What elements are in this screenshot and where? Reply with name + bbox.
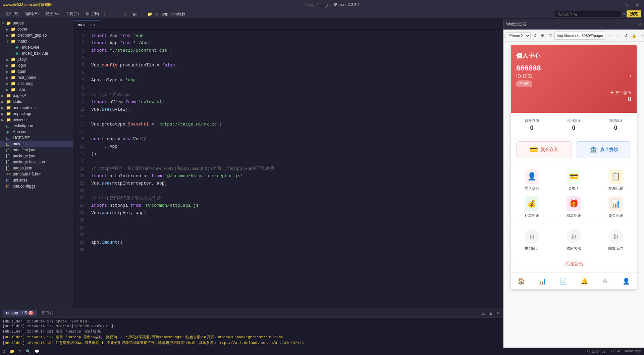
tab-doc[interactable]: 📄 bbox=[553, 273, 574, 289]
link-about[interactable]: ⚙ 關於我們 bbox=[608, 229, 623, 251]
mobile-actions: 💳 資金存入 🏦 資金提領 bbox=[511, 137, 637, 162]
tree-item-mainjs[interactable]: ◻ main.js bbox=[0, 141, 73, 147]
tree-item-uviewui[interactable]: ▶ 📁 uview-ui bbox=[0, 117, 73, 123]
menu-identity[interactable]: 👤 登入身分 bbox=[525, 169, 539, 191]
menu-card[interactable]: 💳 金融卡 bbox=[567, 169, 581, 191]
device-select[interactable]: iPhone X bbox=[505, 32, 531, 39]
tree-item-login[interactable]: ▶ 📁 login bbox=[0, 62, 73, 68]
status-icon-1[interactable]: ⊙ bbox=[3, 349, 6, 354]
tree-item-unimodules[interactable]: ▶ 📁 uni_modules bbox=[0, 105, 73, 111]
menu-deposits-icon: 💰 bbox=[525, 196, 539, 211]
browser-rotate-button[interactable]: ↺ bbox=[532, 33, 538, 39]
code-content[interactable]: import Vue from 'vue' import App from '.… bbox=[87, 30, 503, 355]
tree-item-pagesjson[interactable]: [ ] pages.json bbox=[0, 165, 73, 171]
menu-transactions[interactable]: 📋 交易記錄 bbox=[608, 169, 623, 191]
tree-item-discount[interactable]: ▶ 📁 discount_gupiao bbox=[0, 32, 73, 38]
logout-button[interactable]: 系统登出 bbox=[565, 261, 583, 266]
tree-item-manifestjson[interactable]: { } manifest.json bbox=[0, 147, 73, 153]
nav-back-button[interactable]: ‹ bbox=[107, 11, 113, 17]
tree-item-static[interactable]: ▶ 📁 static bbox=[0, 99, 73, 105]
tree-arrow-unpackage: ▶ bbox=[1, 112, 6, 116]
menu-view[interactable]: 视图(V) bbox=[43, 10, 61, 18]
tab-mainjs-close[interactable]: ✕ bbox=[93, 23, 96, 27]
bookmark-button[interactable]: ☆ bbox=[121, 11, 130, 17]
menu-deposits[interactable]: 💰 存款明細 bbox=[525, 196, 539, 218]
menu-funds[interactable]: 📊 資金明細 bbox=[608, 196, 623, 218]
console-link-1[interactable]: F:/源码分享渠道/码商1/mashang360红色台股VUE开源/uniapp… bbox=[121, 335, 283, 339]
mobile-assets-label: ◈ 资产总值 bbox=[610, 90, 631, 96]
browser-close-button[interactable]: ✕ bbox=[638, 22, 641, 27]
tree-item-templatehtml[interactable]: <> template.h5.html bbox=[0, 171, 73, 177]
filter-icon[interactable]: ≡ bbox=[623, 11, 625, 17]
browser-refresh-button[interactable]: ↺ bbox=[623, 33, 629, 39]
menu-tools[interactable]: 工具(T) bbox=[63, 10, 81, 18]
tree-arrow-pages: ▼ bbox=[1, 21, 6, 25]
tab-bell[interactable]: 🔔 bbox=[574, 273, 595, 289]
tab-profile[interactable]: 👤 bbox=[616, 273, 637, 289]
url-input[interactable] bbox=[554, 32, 605, 40]
browser-settings-button[interactable]: ⚙ bbox=[539, 33, 546, 39]
tree-item-shichang[interactable]: ▶ 📁 shichang bbox=[0, 81, 73, 87]
tree-item-pagesa[interactable]: ▶ 📁 pagesA bbox=[0, 93, 73, 99]
mobile-arrow-icon[interactable]: › bbox=[629, 72, 631, 79]
browser-back-button[interactable]: ← bbox=[607, 33, 613, 39]
status-language: JavaScript bbox=[624, 349, 641, 354]
status-icon-3[interactable]: ⚙ bbox=[18, 349, 22, 354]
tab-home[interactable]: 🏠 bbox=[511, 273, 532, 289]
status-icon-2[interactable]: 📁 bbox=[10, 349, 14, 354]
tree-item-user[interactable]: ▶ 📁 user bbox=[0, 87, 73, 93]
breadcrumb-uniapp[interactable]: uniapp bbox=[156, 12, 168, 16]
tab-mainjs[interactable]: main.js ✕ bbox=[74, 20, 100, 29]
tree-item-license[interactable]: ◻ LICENSE bbox=[0, 135, 73, 141]
menu-withdrawals[interactable]: 🎁 取款明細 bbox=[567, 196, 581, 218]
tree-item-indexvue[interactable]: ◈ index.vue bbox=[0, 44, 73, 50]
menu-edit[interactable]: 编辑(E) bbox=[22, 10, 41, 18]
tree-label-license: LICENSE bbox=[13, 136, 30, 140]
status-icon-5[interactable]: 💬 bbox=[35, 349, 39, 354]
tree-item-packagelockjson[interactable]: [ ] package-lock.json bbox=[0, 159, 73, 165]
tree-item-vueconfigjs[interactable]: ◻ vue.config.js bbox=[0, 183, 73, 189]
browser-size-button[interactable]: ⊡ bbox=[547, 33, 553, 39]
mobile-tabbar: 🏠 📊 📄 🔔 ⊕ 👤 bbox=[511, 272, 637, 289]
nav-forward-button[interactable]: › bbox=[114, 11, 120, 17]
preview-button[interactable]: 预览 bbox=[627, 10, 641, 17]
status-icon-4[interactable]: 🔍 bbox=[26, 349, 31, 354]
run-button[interactable]: ▶ bbox=[131, 11, 139, 17]
tree-item-uniscss[interactable]: ◻ uni.scss bbox=[0, 177, 73, 183]
tree-item-pages[interactable]: ▼ 📁 pages bbox=[0, 20, 73, 26]
search-file-input[interactable] bbox=[554, 11, 621, 17]
code-editor[interactable]: 1 2 3 4 5 6 7 8 9 10 11 12 13 14 15 16 1… bbox=[74, 30, 503, 355]
tree-item-eslintignore[interactable]: ◻ .eslintignore bbox=[0, 123, 73, 129]
menu-help[interactable]: 帮助(H) bbox=[83, 10, 102, 18]
maximize-button[interactable]: □ bbox=[624, 2, 631, 8]
tab-chart[interactable]: 📊 bbox=[532, 273, 553, 289]
console-link-2[interactable]: https://ask.dcloud.net.cn/article/37432 bbox=[217, 341, 304, 345]
link-rules[interactable]: ⚙ 規則簡介 bbox=[525, 229, 539, 251]
menu-file[interactable]: 文件(F) bbox=[3, 10, 21, 18]
link-support[interactable]: ⚙ 聯絡客服 bbox=[567, 229, 581, 251]
tree-item-indexbak[interactable]: ◈ index_bak.vue bbox=[0, 50, 73, 56]
deposit-button[interactable]: 💳 資金存入 bbox=[516, 141, 572, 158]
tree-item-jiaoyi[interactable]: ▶ 📁 jiaoyi bbox=[0, 56, 73, 62]
tree-item-packagejson[interactable]: [ ] package.json bbox=[0, 153, 73, 159]
console-up-button[interactable]: ▲ bbox=[488, 310, 494, 316]
tab-layers[interactable]: ⊕ bbox=[595, 273, 616, 289]
tree-item-index[interactable]: ▼ 📁 index bbox=[0, 38, 73, 44]
console-expand-button[interactable]: ⊡ bbox=[481, 310, 486, 316]
breadcrumb-mainjs[interactable]: main.js bbox=[172, 12, 185, 16]
minimize-button[interactable]: — bbox=[613, 2, 622, 8]
tree-item-appvue[interactable]: ◈ App.vue bbox=[0, 129, 73, 135]
tree-item-realname[interactable]: ▶ 📁 real_name bbox=[0, 74, 73, 81]
close-button[interactable]: ✕ bbox=[634, 2, 641, 8]
withdraw-button[interactable]: 🏦 資金提領 bbox=[576, 141, 632, 158]
tree-arrow-unimodules: ▶ bbox=[1, 106, 6, 110]
tree-item-quan[interactable]: ▶ 📁 quan bbox=[0, 68, 73, 74]
console-close-button[interactable]: ✕ bbox=[495, 310, 500, 316]
console-tab-console[interactable]: 控制台 bbox=[38, 309, 57, 317]
browser-forward-button[interactable]: → bbox=[615, 33, 622, 39]
breadcrumb-project[interactable]: 📁 bbox=[147, 12, 152, 16]
console-tab-uniapp[interactable]: uniapp - H5 5 bbox=[3, 310, 37, 316]
browser-bookmark-button[interactable]: ☆ bbox=[639, 33, 644, 39]
tree-item-cover[interactable]: ▶ 📁 cover bbox=[0, 26, 73, 32]
tree-item-unpackage[interactable]: ▶ 📁 unpackage bbox=[0, 111, 73, 117]
